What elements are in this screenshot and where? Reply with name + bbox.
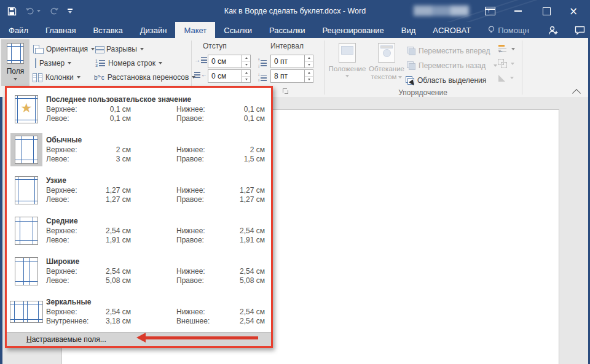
space-after-field[interactable]: 8 пт: [270, 69, 313, 83]
group-objects-icon: [498, 59, 507, 68]
tab-design[interactable]: Дизайн: [132, 22, 176, 38]
margin-preset-normal-icon: [15, 136, 38, 164]
margin-preset-mirrored-icon: [10, 301, 43, 323]
indent-left-field[interactable]: 0 см: [208, 55, 251, 68]
margin-preset-normal[interactable]: Обычные Верхнее:2 смНижнее:2 см Левое:3 …: [7, 130, 271, 170]
tab-review[interactable]: Рецензирование: [313, 22, 392, 38]
comment-icon[interactable]: [575, 26, 585, 35]
indent-left-stepper[interactable]: [242, 55, 250, 68]
margins-button[interactable]: Поля: [1, 39, 30, 86]
margins-dropdown: ★ Последнее пользовательское значение Ве…: [5, 86, 273, 348]
bring-forward-icon: [407, 47, 415, 55]
tab-file[interactable]: Файл: [0, 22, 37, 38]
margin-preset-last-custom[interactable]: ★ Последнее пользовательское значение Ве…: [7, 89, 271, 130]
columns-icon: [33, 73, 42, 82]
space-before-field[interactable]: 0 пт: [270, 55, 313, 68]
align-button[interactable]: ←: [498, 44, 515, 54]
titlebar: Как в Ворде сделать буклет.docx - Word ×: [0, 0, 590, 22]
margin-preset-moderate[interactable]: Средние Верхнее:2,54 смНижнее:2,54 см Ле…: [7, 211, 271, 251]
window-border-left: [0, 97, 2, 364]
orientation-icon: [33, 45, 43, 53]
line-numbers-icon: 13: [95, 59, 105, 68]
arrange-group-label: Упорядочение: [393, 88, 452, 97]
tab-acrobat[interactable]: ACROBAT: [424, 22, 479, 38]
lightbulb-icon: [488, 26, 495, 35]
group-separator: [522, 41, 522, 95]
tab-mailings[interactable]: Рассылки: [261, 22, 313, 38]
share-person-icon[interactable]: [548, 26, 559, 35]
margin-preset-wide[interactable]: Широкие Верхнее:2,54 смНижнее:2,54 см Ле…: [7, 251, 271, 292]
tab-insert[interactable]: Вставка: [84, 22, 131, 38]
selection-pane-button[interactable]: Область выделения: [406, 74, 486, 87]
save-icon[interactable]: [7, 7, 17, 16]
customize-quick-access-icon[interactable]: [68, 9, 73, 14]
breaks-button[interactable]: Разрывы: [95, 42, 144, 56]
collapse-ribbon-icon[interactable]: [572, 89, 581, 98]
hyphenation-icon: ba-c: [94, 73, 104, 81]
margin-preset-wide-icon: [15, 257, 38, 285]
space-before-icon: ↑↓: [258, 57, 267, 69]
tab-view[interactable]: Вид: [393, 22, 425, 38]
indent-right-icon: ←: [194, 72, 207, 78]
selected-preset-highlight: [10, 133, 42, 166]
send-backward-icon: [407, 61, 415, 70]
redo-icon: [49, 7, 59, 15]
position-icon: [339, 43, 356, 63]
group-button: [498, 59, 514, 68]
space-after-stepper[interactable]: [304, 70, 313, 82]
hyphenation-button[interactable]: ba-c Расстановка переносов: [94, 71, 195, 84]
undo-dropdown-arrow: [37, 10, 41, 12]
send-backward-button: Переместить назад: [407, 59, 497, 72]
space-after-icon: ↓↑: [258, 72, 267, 84]
margin-preset-narrow[interactable]: Узкие Верхнее:1,27 смНижнее:1,27 см Лево…: [7, 170, 271, 211]
indent-group-label: Отступ: [203, 42, 227, 50]
margin-preset-narrow-icon: [15, 176, 38, 204]
star-icon: ★: [15, 101, 37, 115]
bring-forward-button: Переместить вперед: [407, 44, 502, 58]
ribbon-tab-bar: Файл Главная Вставка Дизайн Макет Ссылки…: [0, 22, 590, 38]
user-account-blurred: [414, 6, 469, 16]
tab-tell-me[interactable]: Помощн: [479, 22, 538, 38]
rotate-icon: [498, 74, 506, 82]
wrap-text-icon: [378, 43, 395, 63]
tabrow-right-icons: [548, 22, 585, 38]
wrap-text-button: Обтекание текстом: [369, 43, 404, 81]
word-window: Как в Ворде сделать буклет.docx - Word ×…: [0, 0, 590, 364]
minimize-icon[interactable]: [508, 0, 529, 22]
maximize-icon[interactable]: [536, 0, 557, 22]
indent-right-stepper[interactable]: [242, 70, 250, 82]
undo-icon: [25, 7, 41, 15]
columns-button[interactable]: Колонки: [33, 71, 81, 84]
margin-preset-moderate-icon: [15, 217, 38, 245]
rotate-button: [498, 74, 514, 82]
margins-dropdown-arrow: [14, 78, 17, 80]
annotation-arrow: [136, 333, 258, 343]
orientation-button[interactable]: Ориентация: [33, 42, 95, 56]
margins-icon: [7, 43, 24, 64]
paragraph-dialog-launcher-icon[interactable]: [283, 88, 288, 94]
indent-left-icon: →: [194, 57, 207, 63]
position-button: Положение: [328, 43, 366, 77]
close-icon[interactable]: ×: [563, 0, 584, 22]
ribbon-display-options-icon[interactable]: [479, 0, 500, 22]
spacing-group-label: Интервал: [270, 42, 304, 50]
indent-right-field[interactable]: 0 см: [208, 69, 251, 83]
window-title: Как в Ворде сделать буклет.docx - Word: [224, 0, 366, 22]
size-button[interactable]: Размер: [33, 56, 71, 70]
space-before-stepper[interactable]: [304, 55, 313, 68]
line-numbers-button[interactable]: 13 Номера строк: [95, 56, 162, 70]
group-separator: [324, 41, 324, 95]
tab-home[interactable]: Главная: [37, 22, 84, 38]
tab-layout[interactable]: Макет: [175, 22, 215, 38]
tab-references[interactable]: Ссылки: [215, 22, 261, 38]
align-icon: ←: [498, 44, 508, 54]
selection-pane-icon: [406, 76, 414, 85]
margin-preset-last-custom-icon: ★: [15, 95, 38, 123]
margins-preset-list: ★ Последнее пользовательское значение Ве…: [7, 89, 271, 332]
size-icon: [33, 59, 36, 68]
quick-access-toolbar: [7, 0, 73, 22]
margin-preset-mirrored[interactable]: Зеркальные Верхнее:2,54 смНижнее:2,54 см…: [7, 292, 271, 332]
breaks-icon: [95, 45, 103, 53]
